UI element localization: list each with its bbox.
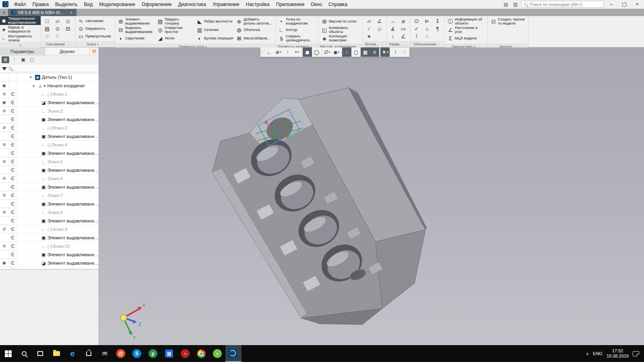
search-button[interactable] bbox=[16, 345, 32, 362]
tree-sequence-view-icon[interactable]: ⋮ bbox=[10, 56, 18, 63]
menu-Моделирование[interactable]: Моделирование bbox=[96, 1, 138, 8]
green-app-icon[interactable]: µ bbox=[145, 345, 161, 362]
visibility-eye-icon[interactable]: ⊘ bbox=[0, 191, 9, 200]
tree-item[interactable]: ∈▣Элемент выдавливания:4 bbox=[0, 132, 99, 141]
tree-item[interactable]: ∈▣Элемент выдавливания:11 bbox=[0, 251, 99, 259]
visibility-eye-icon[interactable] bbox=[0, 200, 9, 208]
tree-item[interactable]: ∈▣Элемент выдавливания:10 bbox=[0, 234, 99, 242]
visibility-eye-icon[interactable] bbox=[0, 132, 9, 140]
visibility-eye-icon[interactable] bbox=[0, 251, 9, 259]
tree-item[interactable]: ∈▣Элемент выдавливания:3 bbox=[0, 115, 99, 124]
composition-view-icon[interactable]: ▣ bbox=[19, 56, 27, 63]
minimize-button[interactable]: – bbox=[606, 1, 617, 8]
visibility-eye-icon[interactable]: ⊘ bbox=[0, 225, 9, 233]
menu-Файл[interactable]: Файл bbox=[11, 1, 29, 8]
orange-mail-app-icon[interactable]: @ bbox=[113, 345, 129, 362]
menu-Справка[interactable]: Справка bbox=[325, 1, 351, 8]
visibility-eye-icon[interactable]: ⊘ bbox=[0, 141, 9, 149]
datum-icon[interactable]: ⊳ bbox=[423, 18, 431, 25]
extrude-boss-button[interactable]: ⊞Элемент выдавливания bbox=[117, 18, 155, 25]
control-point-icon[interactable]: ◇ bbox=[376, 25, 384, 32]
menu-Управление[interactable]: Управление bbox=[209, 1, 243, 8]
lime-app-icon[interactable]: ◗ bbox=[209, 345, 225, 362]
linear-dimension-icon[interactable]: ↔ bbox=[389, 18, 397, 25]
local-cs-icon[interactable]: ∠ bbox=[376, 18, 384, 25]
marking-icon[interactable]: ¶ bbox=[433, 25, 442, 32]
print-icon[interactable]: ▤ bbox=[43, 25, 51, 32]
restore-button[interactable]: ▢ bbox=[619, 1, 630, 8]
chrome-icon[interactable] bbox=[193, 345, 209, 362]
tab-tree[interactable]: Дерево bbox=[45, 47, 90, 55]
visibility-eye-icon[interactable]: ⊘ bbox=[0, 107, 9, 115]
command-search-input[interactable]: Поиск по командам (Alt+/) bbox=[521, 1, 604, 8]
red-app-icon[interactable]: ○ bbox=[177, 345, 193, 362]
quick-image-button[interactable]: ▦ bbox=[361, 47, 370, 57]
visibility-eye-icon[interactable]: ◉ bbox=[0, 82, 9, 90]
tree-item-origin[interactable]: ◉▸⊥●Начало координат bbox=[0, 82, 99, 90]
ribbon-group-footer-0[interactable]: Системная⋮ bbox=[41, 41, 75, 47]
ribbon-group-footer-6[interactable]: Разме...⋮ bbox=[387, 41, 410, 47]
tree-item[interactable]: ⊘∈∟(-)Эскиз:1 bbox=[0, 90, 99, 99]
tree-item[interactable]: ∈▣Элемент выдавливания:9 bbox=[0, 217, 99, 225]
menu-Настройка[interactable]: Настройка bbox=[243, 1, 273, 8]
visibility-eye-icon[interactable]: ⊘ bbox=[0, 124, 9, 132]
diameter-dimension-icon[interactable]: ⌀ bbox=[399, 18, 407, 25]
ribbon-group-footer-5[interactable]: Вспом...⋮ bbox=[363, 41, 386, 47]
clipping-button[interactable]: ◉▾ bbox=[332, 47, 341, 57]
ribbon-group-footer-1[interactable]: Эскиз▾⋮ bbox=[75, 41, 115, 47]
start-button[interactable] bbox=[0, 345, 16, 362]
coordinate-triad-button[interactable]: +▾ bbox=[292, 47, 301, 57]
autoline-button[interactable]: ∿Автолиния bbox=[77, 18, 113, 25]
edge-browser-icon[interactable]: e bbox=[64, 345, 80, 362]
construction-axis-icon[interactable]: ∕ bbox=[365, 25, 373, 32]
add-stock-part-button[interactable]: ⊕Добавить деталь-заготов... bbox=[235, 18, 273, 25]
aux-line-icon[interactable]: ∗ bbox=[365, 33, 373, 40]
position-icon[interactable]: ⊺ bbox=[413, 33, 421, 40]
clock[interactable]: 17:52 10.08.2019 bbox=[607, 348, 629, 359]
tree-item[interactable]: ⊘∈∟Эскиз:6 bbox=[0, 175, 99, 183]
action-center-icon[interactable] bbox=[633, 351, 639, 356]
document-tab[interactable]: V8 5.5 400 ls 600+ H... × bbox=[8, 9, 76, 16]
menu-Приложения[interactable]: Приложения bbox=[273, 1, 308, 8]
expander-icon[interactable]: ▸ bbox=[33, 84, 37, 88]
tree-filter-icon[interactable] bbox=[2, 67, 7, 70]
file-explorer-icon[interactable] bbox=[48, 345, 64, 362]
preview-icon[interactable]: ⊙ bbox=[54, 25, 62, 32]
selection-area-icon[interactable]: ▢ bbox=[28, 56, 36, 63]
distance-angle-button[interactable]: ∠Расстояние и угол bbox=[447, 26, 485, 34]
tree-item[interactable]: ∈▣Элемент выдавливания:6 bbox=[0, 166, 99, 175]
grid-array-button[interactable]: ⊞Массив по сетке bbox=[321, 18, 359, 25]
construction-plane-icon[interactable]: ▱ bbox=[365, 18, 373, 25]
tree-item[interactable]: ⊘∈∟Эскиз:2 bbox=[0, 107, 99, 115]
menu-Оформление[interactable]: Оформление bbox=[138, 1, 175, 8]
boolean-button[interactable]: ◐Булева операция bbox=[196, 35, 234, 42]
news-app-icon[interactable]: ▦ bbox=[161, 345, 177, 362]
tolerance-icon[interactable]: ⌂ bbox=[423, 25, 431, 32]
visibility-eye-icon[interactable] bbox=[0, 217, 9, 225]
tree-item[interactable]: ⊘∈∟Эскиз:7 bbox=[0, 191, 99, 200]
scale-button[interactable]: ⊠Масштабиров... bbox=[235, 35, 273, 42]
visibility-eye-icon[interactable]: ◉ bbox=[0, 99, 9, 107]
store-icon[interactable] bbox=[80, 345, 97, 362]
toolbar-grip[interactable]: ∷ bbox=[260, 47, 264, 57]
tree-item[interactable]: ⊘∈∟(-)Эскиз:3 bbox=[0, 124, 99, 132]
visibility-eye-icon[interactable] bbox=[0, 234, 9, 242]
tree-item[interactable]: ⊘∈∟Эскиз:5 bbox=[0, 158, 99, 166]
rectangle-button[interactable]: ▭Прямоугольник bbox=[77, 33, 113, 40]
extrude-cut-button[interactable]: ⊟Вырезать выдавливанием bbox=[117, 26, 155, 34]
cylindrical-spiral-button[interactable]: §Спираль цилиндрическ... bbox=[278, 35, 316, 42]
leader-icon[interactable]: ↧ bbox=[433, 18, 442, 25]
section-box-button[interactable]: ▢ bbox=[351, 47, 361, 57]
visibility-eye-icon[interactable]: ⊘ bbox=[0, 208, 9, 216]
tree-item[interactable]: ∈▣Элемент выдавливания:8 bbox=[0, 200, 99, 208]
tab-parameters[interactable]: Параметры bbox=[0, 47, 45, 55]
mode-button-2[interactable]: ∟Инструменты эскиза bbox=[0, 34, 41, 43]
roughness-icon[interactable]: ✓ bbox=[413, 25, 421, 32]
measure-button[interactable]: ⊺ bbox=[391, 47, 400, 57]
contour-button[interactable]: ∟Контур bbox=[278, 26, 316, 34]
save-as-icon[interactable]: ⊟ bbox=[64, 25, 72, 32]
draft-button[interactable]: ◢Уклон bbox=[157, 35, 194, 42]
tree-item[interactable]: ∈▣Элемент выдавливания:5 bbox=[0, 149, 99, 158]
visibility-eye-icon[interactable] bbox=[0, 183, 9, 191]
tree-item[interactable]: ◉∈◪Элемент выдавливания:1 bbox=[0, 99, 99, 107]
